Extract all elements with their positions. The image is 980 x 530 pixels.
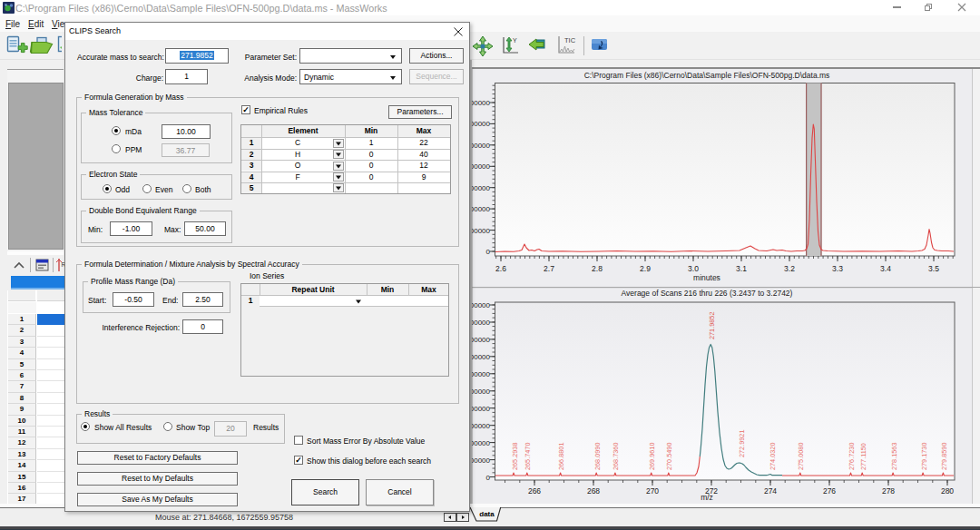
svg-text:279.1730: 279.1730 bbox=[920, 443, 928, 470]
svg-text:data: data bbox=[479, 510, 495, 518]
svg-text:1400000: 1400000 bbox=[471, 353, 491, 361]
svg-text:265.7470: 265.7470 bbox=[524, 443, 532, 470]
svg-text:2.6: 2.6 bbox=[495, 264, 506, 273]
svg-text:m/z: m/z bbox=[701, 493, 713, 502]
svg-text:500000: 500000 bbox=[471, 142, 491, 150]
svg-text:0: 0 bbox=[486, 248, 491, 256]
svg-text:3.1: 3.1 bbox=[736, 264, 747, 273]
svg-text:3.2: 3.2 bbox=[784, 264, 795, 273]
svg-text:266.8801: 266.8801 bbox=[557, 443, 565, 470]
svg-text:266: 266 bbox=[528, 486, 541, 496]
svg-text:400000: 400000 bbox=[471, 439, 491, 447]
svg-text:1000000: 1000000 bbox=[471, 388, 491, 396]
svg-text:276: 276 bbox=[823, 486, 836, 496]
svg-text:TIC: TIC bbox=[564, 36, 576, 44]
svg-text:268: 268 bbox=[587, 486, 600, 496]
svg-text:1200000: 1200000 bbox=[471, 370, 491, 378]
svg-text:2.9: 2.9 bbox=[640, 264, 651, 273]
svg-text:2000000: 2000000 bbox=[471, 301, 491, 309]
svg-text:2.8: 2.8 bbox=[592, 264, 603, 273]
svg-text:268.0990: 268.0990 bbox=[593, 443, 602, 470]
svg-text:400000: 400000 bbox=[471, 162, 491, 171]
svg-text:0: 0 bbox=[486, 474, 491, 482]
svg-text:3.4: 3.4 bbox=[880, 264, 891, 273]
svg-text:1800000: 1800000 bbox=[471, 319, 491, 327]
svg-text:277.1150: 277.1150 bbox=[859, 443, 867, 470]
svg-text:274.0320: 274.0320 bbox=[769, 443, 777, 470]
svg-text:270.5490: 270.5490 bbox=[665, 443, 673, 470]
svg-text:269.9610: 269.9610 bbox=[648, 443, 656, 470]
svg-text:700000: 700000 bbox=[471, 99, 491, 107]
svg-text:265.2938: 265.2938 bbox=[511, 443, 519, 470]
svg-text:279.8590: 279.8590 bbox=[940, 443, 948, 470]
svg-text:275.0080: 275.0080 bbox=[797, 443, 805, 470]
svg-text:600000: 600000 bbox=[471, 120, 491, 128]
svg-text:200000: 200000 bbox=[471, 205, 491, 213]
svg-text:C:\Program Files (x86)\Cerno\D: C:\Program Files (x86)\Cerno\Data\Sample… bbox=[584, 71, 830, 80]
svg-text:278.1563: 278.1563 bbox=[890, 443, 898, 470]
svg-text:1600000: 1600000 bbox=[471, 336, 491, 344]
svg-text:3.0: 3.0 bbox=[688, 264, 699, 273]
svg-text:minutes: minutes bbox=[693, 273, 720, 282]
svg-text:3.3: 3.3 bbox=[832, 264, 843, 273]
svg-text:268.7360: 268.7360 bbox=[612, 443, 620, 470]
svg-text:270: 270 bbox=[646, 486, 659, 496]
svg-text:276.7230: 276.7230 bbox=[848, 443, 856, 470]
svg-text:274: 274 bbox=[764, 486, 777, 496]
svg-text:600000: 600000 bbox=[471, 422, 491, 430]
svg-text:800000: 800000 bbox=[471, 405, 491, 413]
svg-text:100000: 100000 bbox=[471, 227, 491, 235]
svg-text:Y: Y bbox=[513, 37, 517, 44]
svg-text:271.9852: 271.9852 bbox=[708, 312, 716, 339]
svg-text:3.5: 3.5 bbox=[928, 264, 939, 273]
svg-text:272.9921: 272.9921 bbox=[738, 430, 746, 457]
svg-text:2.7: 2.7 bbox=[544, 264, 554, 273]
svg-text:200000: 200000 bbox=[471, 456, 491, 465]
svg-text:278: 278 bbox=[882, 486, 895, 496]
svg-text:Average of Scans 216 thru 226: Average of Scans 216 thru 226 (3.2437 to… bbox=[622, 289, 793, 298]
svg-text:280: 280 bbox=[941, 486, 954, 496]
svg-text:300000: 300000 bbox=[471, 184, 491, 192]
